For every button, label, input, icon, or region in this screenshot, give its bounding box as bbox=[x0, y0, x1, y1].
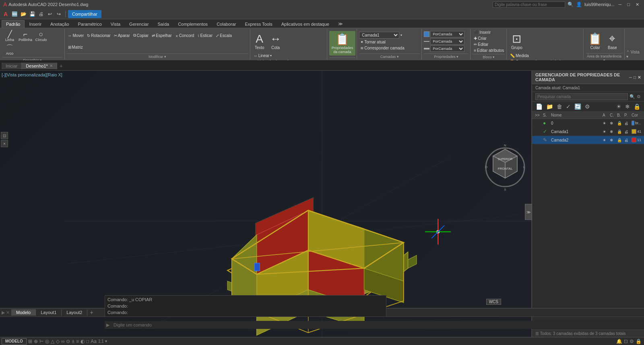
tab-layout1[interactable]: Layout1 bbox=[36, 309, 62, 316]
tab-complementos[interactable]: Complementos bbox=[173, 20, 212, 28]
row0-on[interactable]: ☀ bbox=[601, 121, 609, 126]
inserir-btn[interactable]: ⬛ Inserir bbox=[473, 30, 505, 35]
tab-saida[interactable]: Saída bbox=[153, 20, 173, 28]
espelhar-btn[interactable]: ⇌ Espelhar bbox=[151, 33, 173, 38]
layer-delete-btn[interactable]: 🗑 bbox=[555, 103, 564, 110]
copiar-btn[interactable]: ⧉ Copiar bbox=[132, 33, 150, 38]
lineweight-select[interactable]: PorCamada bbox=[430, 45, 464, 52]
tornar-atual-btn[interactable]: ✦ Tornar atual bbox=[359, 39, 420, 45]
circulo-btn[interactable]: ○ Círculo bbox=[34, 30, 48, 43]
layer-refresh-btn[interactable]: 🔄 bbox=[573, 103, 582, 110]
layer-setcurrent-btn[interactable]: ✓ bbox=[565, 103, 572, 110]
tab-expresstools[interactable]: Express Tools bbox=[240, 20, 277, 28]
status-sel-icon[interactable]: □ bbox=[86, 339, 89, 344]
tab-anotacao[interactable]: Anotação bbox=[46, 20, 73, 28]
layer-panel-close-icon[interactable]: ✕ bbox=[638, 75, 641, 80]
mini-btn-2[interactable]: × bbox=[1, 140, 8, 147]
new-btn[interactable]: 🆕 bbox=[10, 10, 19, 18]
layer-panel-minimize-icon[interactable]: ─ bbox=[629, 75, 632, 80]
new-tab-btn[interactable]: + bbox=[57, 62, 65, 70]
status-snap-icon[interactable]: ⊕ bbox=[34, 339, 38, 344]
row1-on[interactable]: ☀ bbox=[601, 129, 609, 134]
col-b[interactable]: B. bbox=[616, 113, 623, 118]
layer-panel-restore-icon[interactable]: □ bbox=[634, 75, 636, 80]
layer-freeze-btn[interactable]: ❄ bbox=[624, 103, 631, 110]
restore-icon[interactable]: □ bbox=[625, 2, 632, 7]
layer-row-1[interactable]: ✓ Camada1 ☀ ❄ 🔒 🖨 41 bbox=[532, 127, 644, 136]
plot-btn[interactable]: 🖨 bbox=[37, 10, 45, 18]
status-lw-icon[interactable]: ≡ bbox=[76, 339, 79, 344]
add-layout-btn[interactable]: + bbox=[87, 308, 95, 316]
escala-btn[interactable]: ⤢ Escala bbox=[215, 33, 233, 38]
row1-lock[interactable]: 🔒 bbox=[616, 129, 623, 134]
status-dyn-icon[interactable]: ± bbox=[72, 339, 74, 344]
global-search-input[interactable] bbox=[493, 2, 565, 8]
editar-atrib-btn[interactable]: ≡ Editar atributos bbox=[473, 48, 505, 53]
layer-settings2-btn[interactable]: ⚙ bbox=[584, 103, 591, 110]
status-3dosnap-icon[interactable]: ◇ bbox=[56, 339, 60, 344]
tab-gerenciar[interactable]: Gerenciar bbox=[125, 20, 153, 28]
command-input[interactable] bbox=[111, 322, 644, 327]
model-indicator[interactable]: MODELO bbox=[2, 338, 27, 345]
tab-padrao[interactable]: Padrão bbox=[2, 20, 25, 28]
row0-freeze[interactable]: ❄ bbox=[609, 121, 616, 126]
close-icon[interactable]: ✕ bbox=[634, 2, 641, 7]
cota-btn[interactable]: ↔ Cota bbox=[268, 30, 284, 52]
linha-btn[interactable]: ╱ Linha bbox=[2, 30, 17, 43]
aparar-btn[interactable]: ✂ Aparar bbox=[113, 33, 131, 38]
status-transp-icon[interactable]: ◐ bbox=[80, 339, 85, 344]
share-button[interactable]: Compartilhar bbox=[68, 10, 101, 18]
minimize-icon[interactable]: ─ bbox=[617, 2, 623, 7]
status-ortho-icon[interactable]: ⊢ bbox=[39, 339, 43, 344]
status-grid-icon[interactable]: ⊞ bbox=[28, 339, 32, 344]
layer-panel-collapse-btn[interactable]: ≫ bbox=[525, 204, 532, 220]
layer-select[interactable]: Camada1 bbox=[359, 32, 399, 39]
row2-on[interactable]: ☀ bbox=[601, 138, 609, 143]
layer-row-2[interactable]: ✎ Camada2 ☀ ❄ 🔒 🖨 11 bbox=[532, 136, 644, 144]
polilinha-btn[interactable]: ⌐ Polilinha bbox=[18, 30, 33, 43]
workspace-icon[interactable]: ⚙ bbox=[630, 339, 634, 344]
layer-all-on-btn[interactable]: ☀ bbox=[615, 103, 623, 110]
medida-btn[interactable]: 📏 Medida bbox=[509, 53, 566, 58]
corresponder-camada-btn[interactable]: ≋ Corresponder camada bbox=[359, 45, 420, 51]
row1-plot[interactable]: 🖨 bbox=[623, 129, 630, 134]
tab-inserir[interactable]: Inserir bbox=[25, 20, 46, 28]
layer-folder-btn[interactable]: 📁 bbox=[545, 103, 554, 110]
tab-vista[interactable]: Vista bbox=[106, 20, 125, 28]
grupo-btn[interactable]: ⊡ Grupo bbox=[509, 30, 525, 52]
undo-btn[interactable]: ↩ bbox=[46, 10, 54, 18]
linetype-select[interactable]: PorCamada bbox=[430, 38, 464, 45]
rotacionar-btn[interactable]: ↻ Rotacionar bbox=[86, 33, 111, 38]
ribbon-collapse-btn[interactable]: ⌃ Vista ▾ bbox=[626, 50, 642, 59]
col-cor[interactable]: Cor bbox=[630, 113, 642, 118]
matriz-btn[interactable]: ⊞ Matriz bbox=[67, 45, 84, 50]
col-a[interactable]: A bbox=[601, 113, 609, 118]
mover-btn[interactable]: ↔ Mover bbox=[67, 33, 85, 38]
tab-extras[interactable]: ≫ bbox=[334, 20, 347, 28]
save-btn[interactable]: 💾 bbox=[28, 10, 36, 18]
col-status[interactable]: S. bbox=[542, 113, 550, 118]
tab-colaborar[interactable]: Colaborar bbox=[212, 20, 240, 28]
viewcube[interactable]: SUPERIOR FRONTAL N S L O bbox=[483, 139, 527, 199]
row1-freeze[interactable]: ❄ bbox=[609, 129, 616, 134]
col-name[interactable]: Nome bbox=[550, 113, 601, 118]
open-btn[interactable]: 📂 bbox=[19, 10, 27, 18]
status-polar-icon[interactable]: ◎ bbox=[45, 339, 49, 344]
row1-color[interactable]: 41 bbox=[630, 129, 642, 134]
row0-plot[interactable]: 🖨 bbox=[623, 121, 630, 126]
colar-btn[interactable]: 📋 Colar bbox=[586, 30, 605, 52]
status-osnap-icon[interactable]: △ bbox=[51, 339, 54, 344]
layer-new-btn[interactable]: 📄 bbox=[535, 103, 544, 110]
arco-btn[interactable]: ⌒ Arco bbox=[2, 43, 17, 56]
redo-btn[interactable]: ↪ bbox=[55, 10, 63, 18]
criar-btn[interactable]: ✚ Criar bbox=[473, 36, 505, 41]
row0-lock[interactable]: 🔒 bbox=[616, 121, 623, 126]
viewport-icon[interactable]: ⊡ bbox=[624, 339, 628, 344]
status-otrack-icon[interactable]: ∞ bbox=[61, 339, 65, 344]
layer-search-input[interactable] bbox=[535, 93, 628, 100]
tab-aplicativos[interactable]: Aplicativos em destaque bbox=[277, 20, 334, 28]
col-p[interactable]: P. bbox=[623, 113, 630, 118]
app-menu-btn[interactable]: A bbox=[2, 10, 10, 18]
notification-icon[interactable]: 🔔 bbox=[616, 339, 622, 344]
row2-plot[interactable]: 🖨 bbox=[623, 138, 630, 143]
